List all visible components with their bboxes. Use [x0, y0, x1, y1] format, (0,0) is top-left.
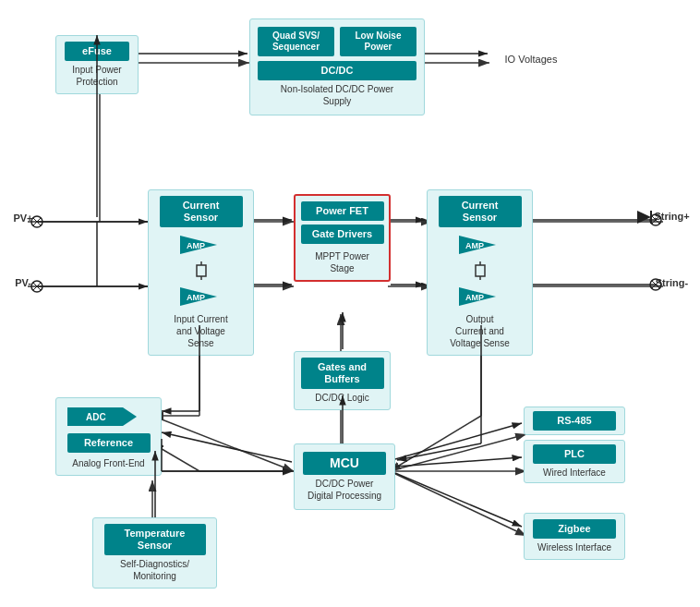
- svg-text:AMP: AMP: [465, 241, 484, 250]
- low-noise-label: Low Noise Power: [340, 27, 416, 56]
- efuse-block: eFuse Input PowerProtection: [55, 35, 139, 94]
- amp-left-bot-icon: AMP: [175, 283, 226, 310]
- amp-right-top-icon: AMP: [454, 231, 505, 259]
- pv-minus-block: PV-: [9, 277, 37, 288]
- svg-text:AMP: AMP: [187, 293, 205, 302]
- zigbee-label: Zigbee: [533, 519, 616, 539]
- svg-rect-41: [476, 265, 485, 276]
- pv-plus-label: PV+: [13, 212, 32, 224]
- right-current-sensor-block: CurrentSensor AMP AMP OutputCurrent andV…: [427, 189, 533, 356]
- svg-line-87: [395, 473, 522, 527]
- string-plus-label: String+: [654, 211, 689, 222]
- amp-right-bot-icon: AMP: [454, 283, 505, 310]
- dcdc-logic-label: DC/DC Logic: [315, 392, 368, 404]
- mppt-block: Power FET Gate Drivers MPPT PowerStage: [294, 194, 391, 282]
- current-sensor-right-label: CurrentSensor: [439, 196, 522, 227]
- amp-left-top-icon: AMP: [175, 231, 226, 259]
- output-sense-label: OutputCurrent andVoltage Sense: [450, 313, 510, 349]
- svg-text:AMP: AMP: [465, 293, 484, 302]
- svg-line-31: [390, 416, 481, 471]
- string-minus-label: String-: [656, 277, 688, 288]
- nonisolated-label: Non-Isolated DC/DC PowerSupply: [281, 83, 393, 107]
- wired-interface-label: Wired Interface: [543, 467, 606, 479]
- pv-minus-label: PV-: [15, 277, 31, 288]
- power-supply-block: Quad SVS/ Sequencer Low Noise Power DC/D…: [249, 18, 425, 115]
- plc-block: PLC Wired Interface: [524, 440, 625, 483]
- mcu-block: MCU DC/DC PowerDigital Processing: [294, 443, 395, 510]
- string-plus-block: String+: [646, 211, 697, 222]
- rs485-block: RS-485: [524, 407, 625, 435]
- resistor-right-icon: [471, 261, 489, 280]
- efuse-label: eFuse: [65, 42, 129, 61]
- gate-drivers-label: Gate Drivers: [301, 225, 384, 244]
- input-sense-label: Input Currentand VoltageSense: [174, 313, 227, 349]
- svg-line-85: [395, 423, 522, 459]
- temp-sensor-block: Temperature Sensor Self-Diagnostics/Moni…: [92, 517, 217, 589]
- gates-buffers-block: Gates and Buffers DC/DC Logic: [294, 351, 391, 410]
- svg-line-21: [152, 416, 294, 471]
- self-diag-label: Self-Diagnostics/Monitoring: [120, 558, 189, 582]
- io-voltages-label: IO Voltages: [505, 54, 558, 65]
- zigbee-block: Zigbee Wireless Interface: [524, 513, 625, 560]
- pv-plus-block: PV+: [9, 212, 37, 224]
- svg-line-86: [395, 457, 522, 467]
- svg-rect-34: [197, 265, 206, 276]
- efuse-sublabel: Input PowerProtection: [72, 64, 121, 88]
- analog-frontend-label: Analog Front-End: [72, 457, 144, 469]
- resistor-left-icon: [192, 261, 211, 280]
- mppt-label: MPPT PowerStage: [315, 250, 369, 274]
- power-fet-label: Power FET: [301, 201, 384, 221]
- svg-line-24: [390, 434, 526, 471]
- analog-frontend-block: ADC Reference Analog Front-End: [55, 397, 162, 476]
- gates-buffers-label: Gates and Buffers: [301, 358, 384, 389]
- adc-icon: ADC: [67, 404, 151, 430]
- temp-sensor-label: Temperature Sensor: [104, 524, 206, 555]
- current-sensor-left-label: CurrentSensor: [160, 196, 243, 227]
- wireless-interface-label: Wireless Interface: [537, 541, 611, 553]
- svg-text:ADC: ADC: [86, 412, 106, 422]
- svg-line-82: [162, 432, 292, 462]
- io-voltages-block: IO Voltages: [489, 54, 573, 65]
- string-minus-block: String-: [646, 277, 697, 288]
- svg-text:AMP: AMP: [187, 241, 205, 250]
- dcdc-top-label: DC/DC: [258, 61, 416, 80]
- mcu-label: MCU: [303, 452, 386, 475]
- mcu-sublabel: DC/DC PowerDigital Processing: [308, 478, 381, 502]
- reference-label: Reference: [67, 433, 151, 453]
- svg-line-26: [390, 471, 526, 536]
- quad-svs-label: Quad SVS/ Sequencer: [258, 27, 334, 56]
- left-current-sensor-block: CurrentSensor AMP AMP Input Currentand V…: [148, 189, 254, 356]
- diagram: eFuse Input PowerProtection Quad SVS/ Se…: [0, 0, 700, 607]
- plc-label: PLC: [533, 444, 616, 464]
- rs485-label: RS-485: [533, 411, 616, 431]
- svg-line-84: [397, 443, 481, 460]
